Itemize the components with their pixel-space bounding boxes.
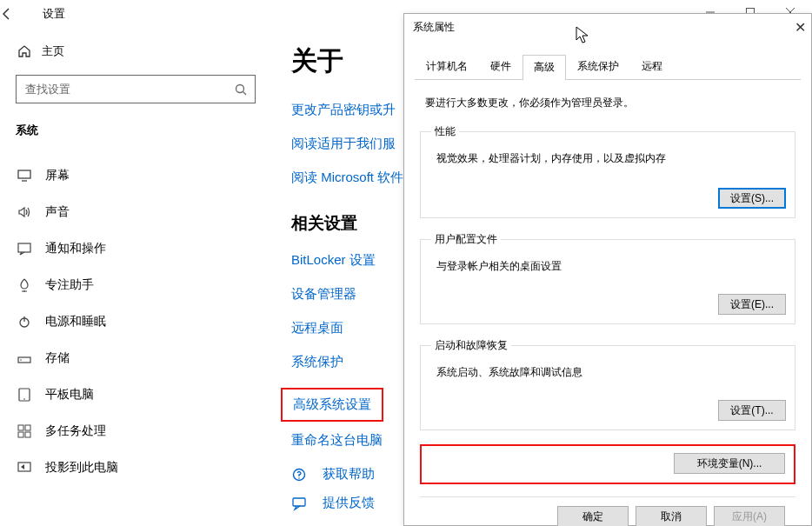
sidebar-item-multitasking[interactable]: 多任务处理	[16, 413, 253, 449]
svg-rect-20	[293, 498, 305, 506]
sidebar-item-projecting[interactable]: 投影到此电脑	[16, 449, 253, 486]
sidebar-item-focus[interactable]: 专注助手	[16, 267, 253, 303]
notifications-icon	[16, 241, 33, 256]
multitasking-icon	[16, 423, 33, 439]
about-link-0[interactable]: 更改产品密钥或升	[291, 102, 403, 118]
settings-sidebar: 主页 查找设置 系统 屏幕 声音	[0, 28, 265, 523]
related-settings-heading: 相关设置	[291, 212, 403, 235]
tab-computer-name[interactable]: 计算机名	[415, 54, 479, 79]
get-help-link[interactable]: 获取帮助	[291, 466, 403, 483]
feedback-label: 提供反馈	[323, 495, 375, 511]
sidebar-item-label: 专注助手	[45, 277, 94, 293]
startup-recovery-settings-button[interactable]: 设置(T)...	[718, 400, 786, 421]
storage-icon	[16, 350, 33, 366]
dialog-title: 系统属性	[404, 14, 811, 40]
sidebar-item-label: 多任务处理	[45, 423, 106, 439]
sidebar-item-label: 平板电脑	[45, 387, 94, 403]
tab-remote[interactable]: 远程	[630, 54, 674, 79]
display-icon	[16, 168, 33, 183]
dialog-close-button[interactable]: ✕	[795, 19, 806, 36]
back-button[interactable]	[0, 7, 38, 21]
user-profiles-settings-button[interactable]: 设置(E)...	[718, 294, 786, 315]
apply-button[interactable]: 应用(A)	[714, 506, 785, 526]
sound-icon	[16, 204, 33, 220]
user-profiles-group: 用户配置文件 与登录帐户相关的桌面设置 设置(E)...	[420, 232, 795, 324]
related-system-protection[interactable]: 系统保护	[291, 354, 403, 370]
related-rename-pc[interactable]: 重命名这台电脑	[291, 432, 403, 449]
svg-rect-15	[18, 432, 23, 437]
performance-settings-button[interactable]: 设置(S)...	[718, 188, 786, 209]
home-link[interactable]: 主页	[16, 43, 253, 59]
get-help-label: 获取帮助	[323, 466, 375, 483]
sidebar-item-label: 声音	[45, 204, 70, 220]
dialog-footer: 确定 取消 应用(A)	[420, 496, 795, 526]
about-link-2[interactable]: 阅读 Microsoft 软件	[291, 170, 403, 186]
sidebar-item-sound[interactable]: 声音	[16, 194, 253, 230]
projecting-icon	[16, 460, 33, 476]
svg-rect-6	[18, 243, 30, 252]
power-icon	[16, 314, 33, 330]
search-placeholder: 查找设置	[25, 82, 70, 97]
admin-note: 要进行大多数更改，你必须作为管理员登录。	[425, 96, 795, 110]
svg-point-12	[23, 398, 25, 400]
search-input[interactable]: 查找设置	[16, 75, 256, 103]
svg-point-19	[298, 477, 300, 479]
startup-recovery-group: 启动和故障恢复 系统启动、系统故障和调试信息 设置(T)...	[420, 338, 795, 430]
startup-recovery-desc: 系统启动、系统故障和调试信息	[436, 365, 784, 380]
dialog-tabs: 计算机名 硬件 高级 系统保护 远程	[415, 54, 801, 80]
tab-advanced[interactable]: 高级	[522, 55, 566, 80]
tab-hardware[interactable]: 硬件	[479, 54, 522, 79]
tablet-icon	[16, 387, 33, 403]
sidebar-item-label: 存储	[45, 350, 70, 366]
svg-rect-4	[18, 170, 30, 178]
svg-rect-13	[18, 425, 23, 430]
sidebar-item-label: 通知和操作	[45, 241, 106, 256]
home-icon	[16, 44, 33, 58]
svg-rect-16	[25, 432, 30, 437]
sidebar-item-notifications[interactable]: 通知和操作	[16, 230, 253, 267]
performance-group: 性能 视觉效果，处理器计划，内存使用，以及虚拟内存 设置(S)...	[420, 124, 795, 218]
related-bitlocker[interactable]: BitLocker 设置	[291, 252, 403, 269]
performance-desc: 视觉效果，处理器计划，内存使用，以及虚拟内存	[436, 151, 784, 166]
help-icon	[291, 467, 310, 483]
svg-line-3	[243, 91, 247, 95]
svg-point-2	[236, 84, 244, 92]
startup-recovery-legend: 启动和故障恢复	[431, 338, 511, 353]
home-label: 主页	[42, 43, 64, 59]
sidebar-item-label: 屏幕	[45, 168, 70, 183]
performance-legend: 性能	[431, 124, 459, 139]
about-link-1[interactable]: 阅读适用于我们服	[291, 136, 403, 152]
env-vars-highlight: 环境变量(N)...	[420, 444, 795, 484]
sidebar-item-tablet[interactable]: 平板电脑	[16, 376, 253, 413]
sidebar-item-storage[interactable]: 存储	[16, 340, 253, 376]
settings-main: 关于 更改产品密钥或升 阅读适用于我们服 阅读 Microsoft 软件 相关设…	[265, 28, 403, 523]
app-title: 设置	[43, 6, 65, 22]
sidebar-item-display[interactable]: 屏幕	[16, 157, 253, 194]
cancel-button[interactable]: 取消	[636, 506, 707, 526]
sidebar-item-power[interactable]: 电源和睡眠	[16, 303, 253, 340]
focus-icon	[16, 277, 33, 293]
system-properties-dialog: 系统属性 ✕ 计算机名 硬件 高级 系统保护 远程 要进行大多数更改，你必须作为…	[403, 13, 812, 526]
page-title: 关于	[291, 43, 403, 79]
give-feedback-link[interactable]: 提供反馈	[291, 495, 403, 511]
search-icon	[234, 83, 248, 97]
related-remote-desktop[interactable]: 远程桌面	[291, 320, 403, 336]
user-profiles-desc: 与登录帐户相关的桌面设置	[436, 259, 784, 274]
svg-rect-14	[25, 425, 30, 430]
related-device-manager[interactable]: 设备管理器	[291, 286, 403, 303]
tab-system-protection[interactable]: 系统保护	[566, 54, 630, 79]
sidebar-item-label: 投影到此电脑	[45, 460, 118, 476]
ok-button[interactable]: 确定	[557, 506, 629, 526]
svg-point-10	[20, 359, 22, 361]
related-advanced-system-settings[interactable]: 高级系统设置	[281, 388, 383, 422]
sidebar-section-label: 系统	[16, 123, 253, 138]
environment-variables-button[interactable]: 环境变量(N)...	[674, 453, 785, 474]
feedback-icon	[291, 496, 310, 511]
sidebar-item-label: 电源和睡眠	[45, 314, 106, 330]
svg-rect-9	[18, 357, 30, 363]
user-profiles-legend: 用户配置文件	[431, 232, 501, 247]
